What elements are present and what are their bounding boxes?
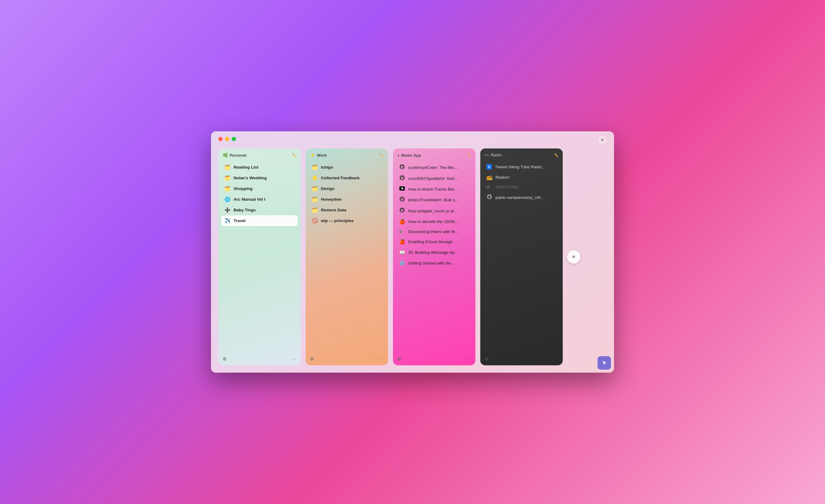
music-item-label-5: How to decode the JSON... [408,219,458,224]
arc-icon: 🌐 [224,196,230,202]
content-area: 🌿 Personal ✏️ 🗂️ Reading List 🗂️ Nolan's… [211,148,614,373]
column-personal: 🌿 Personal ✏️ 🗂️ Reading List 🗂️ Nolan's… [218,148,301,365]
ichigo-icon: 🗂️ [312,164,318,170]
music-item-3[interactable]: jlnbxn/TrackMatch: Bulk s... [396,194,472,205]
music-item-label-6: Discovering Peers with M... [408,229,458,234]
wip-icon: 🚫 [312,218,318,224]
personal-item-shopping[interactable]: 🗂️ Shopping [221,183,298,194]
structure-dot-icon [486,186,493,189]
design-icon: 🗂️ [312,186,318,192]
work-dots-icon[interactable]: ··· [379,356,384,361]
radio-header: <> Radio ✏️ [480,148,563,160]
work-item-honeydew[interactable]: 🗂️ Honeydew [309,194,385,205]
cursor-button[interactable] [598,356,611,370]
music-item-label-9: Getting Started with the... [408,261,455,266]
radio-move-icon[interactable]: ⊕ [484,356,489,362]
baby-label: Baby Tings [234,208,256,212]
music-item-label-8: 35. Building iMessage Ap... [408,250,458,255]
work-item-ichigo[interactable]: 🗂️ Ichigo [309,162,385,172]
github-icon-0 [399,164,405,170]
work-item-design[interactable]: 🗂️ Design [309,183,385,194]
apple-icon-5: 🍎 [399,219,405,224]
music-header-left: ♪ Music App [397,153,421,158]
music-move-icon[interactable]: ⊕ [397,356,401,362]
radio-item-3[interactable]: pablo-sampaio/easy_mfr... [483,192,560,203]
personal-icon: 🌿 [223,153,228,158]
personal-item-travel[interactable]: ✈️ Travel [221,215,298,226]
titlebar: ✕ [211,131,614,148]
music-item-label-4: freyr-js/apple_music.js at... [408,209,457,213]
minimize-traffic-light[interactable] [225,137,229,141]
shopping-label: Shopping [234,186,252,191]
travel-icon: ✈️ [224,218,230,224]
work-move-icon[interactable]: ⊕ [310,356,314,362]
personal-title: Personal [230,153,246,158]
music-item-5[interactable]: 🍎 How to decode the JSON... [396,216,472,227]
music-header: ♪ Music App ✏️ [393,148,475,161]
radio-items: k Tweed Viking Tube Radio... 📻 Radios! S… [480,160,563,352]
github-icon-1 [399,175,405,182]
radio-item-1[interactable]: 📻 Radios! [483,172,560,183]
dot-icon-6 [399,230,405,233]
baby-icon: ➕ [224,207,230,213]
personal-header: 🌿 Personal ✏️ [218,148,301,161]
wedding-icon: 🗂️ [224,175,230,181]
work-edit-icon[interactable]: ✏️ [379,153,384,157]
music-item-7[interactable]: 🍎 Enabling iCloud Storage [396,236,472,247]
close-button[interactable]: ✕ [598,136,607,144]
traffic-lights [218,137,236,141]
music-item-label-1: xzzz9097/SpotifyKit: Swif... [408,176,458,181]
music-item-2[interactable]: How to Match Tracks Bet... [396,184,472,194]
cog-icon-9: ⚙️ [399,260,405,266]
column-work: ⚡ Work ✏️ 🗂️ Ichigo 🌟 Collected Feedback [306,148,388,365]
honeydew-label: Honeydew [321,197,342,202]
music-item-label-0: scottrhoyt/Cider: The Mis... [408,165,457,170]
music-item-4[interactable]: freyr-js/apple_music.js at... [396,205,472,216]
shopping-icon: 🗂️ [224,186,230,192]
personal-edit-icon[interactable]: ✏️ [292,153,296,157]
work-item-feedback[interactable]: 🌟 Collected Feedback [309,172,385,183]
work-header: ⚡ Work ✏️ [306,148,388,161]
radio-item-label-3: pablo-sampaio/easy_mfr... [496,195,544,200]
music-item-9[interactable]: ⚙️ Getting Started with the... [396,258,472,269]
github-radio-icon [486,194,493,200]
music-item-6[interactable]: Discovering Peers with M... [396,227,472,236]
radio-item-structure: STRUCTURE: [483,183,560,192]
radio-item-label-0: Tweed Viking Tube Radio... [495,165,545,169]
wedding-label: Nolan's Wedding [234,175,267,180]
radio-dots-icon[interactable]: ··· [554,356,558,361]
personal-item-arc[interactable]: 🌐 Arc Manual Vol I [221,194,298,205]
music-item-label-3: jlnbxn/TrackMatch: Bulk s... [408,198,459,202]
work-item-wip[interactable]: 🚫 wip — principles [309,215,385,226]
book-icon-8: 📖 [399,249,405,256]
personal-item-baby[interactable]: ➕ Baby Tings [221,205,298,215]
main-window: ✕ 🌿 Personal ✏️ 🗂️ Reading List [211,131,614,373]
music-dots-icon[interactable]: ··· [466,356,471,361]
music-items: scottrhoyt/Cider: The Mis... xzzz9097/Sp… [393,161,475,352]
maximize-traffic-light[interactable] [232,137,236,141]
work-item-restore[interactable]: 🗂️ Restore Data [309,205,385,215]
radio-emoji-icon: 📻 [486,174,493,180]
personal-dots-icon[interactable]: ··· [292,356,296,361]
personal-move-icon[interactable]: ⊕ [223,356,227,362]
music-item-8[interactable]: 📖 35. Building iMessage Ap... [396,247,472,258]
radio-item-0[interactable]: k Tweed Viking Tube Radio... [483,162,560,172]
personal-item-reading-list[interactable]: 🗂️ Reading List [221,162,298,172]
close-traffic-light[interactable] [218,137,223,141]
arc-label: Arc Manual Vol I [234,197,265,202]
column-radio: <> Radio ✏️ k Tweed Viking Tube Radio...… [480,148,563,365]
radio-code-icon: <> [484,153,489,157]
radio-header-left: <> Radio [484,153,502,157]
feedback-icon: 🌟 [312,175,318,181]
radio-edit-icon[interactable]: ✏️ [554,153,558,157]
radio-title: Radio [491,153,502,157]
add-column-button[interactable]: + [567,250,581,264]
music-item-1[interactable]: xzzz9097/SpotifyKit: Swif... [396,173,472,184]
radio-item-label-1: Radios! [496,175,510,179]
music-title: Music App [401,153,421,158]
music-item-0[interactable]: scottrhoyt/Cider: The Mis... [396,162,472,173]
github-icon-3 [399,197,405,203]
restore-label: Restore Data [321,208,346,212]
personal-item-wedding[interactable]: 🗂️ Nolan's Wedding [221,172,298,183]
music-edit-icon[interactable]: ✏️ [466,153,471,157]
